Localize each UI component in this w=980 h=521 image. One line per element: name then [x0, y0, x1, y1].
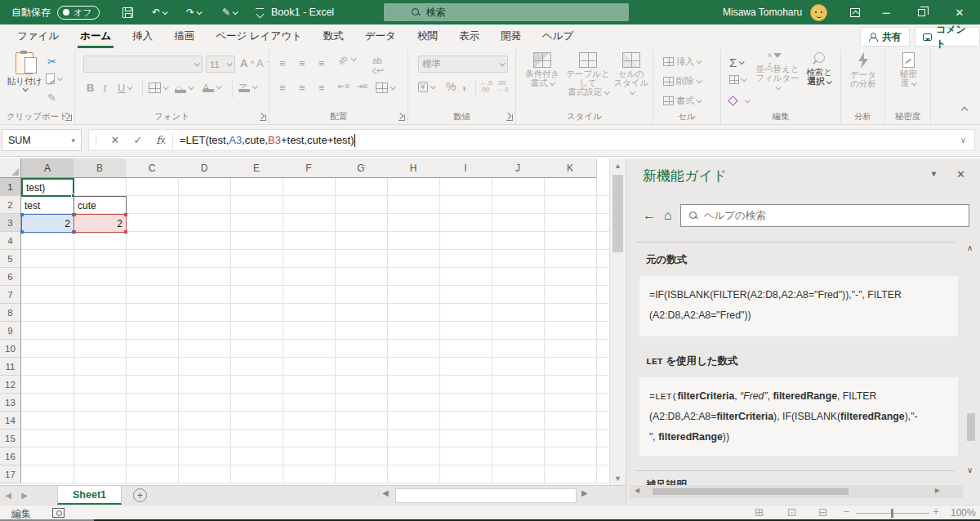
accessibility-checker-button[interactable]	[52, 508, 65, 520]
borders-button[interactable]	[149, 82, 167, 93]
orientation-button[interactable]: ab	[336, 54, 350, 67]
column-header-K[interactable]: K	[544, 158, 597, 178]
ribbon-tab-データ[interactable]: データ	[354, 24, 407, 50]
pane-hscroll-left-arrow[interactable]: ◀	[635, 487, 639, 494]
column-header-I[interactable]: I	[439, 158, 492, 178]
worksheet-grid[interactable]: ABCDEFGHIJK1234567891011121314151617test…	[0, 158, 609, 485]
zoom-in-button[interactable]: +	[933, 505, 939, 518]
cell-A2[interactable]: test	[21, 196, 74, 215]
name-box[interactable]: SUM ▾	[2, 129, 82, 151]
confirm-entry-button[interactable]: ✓	[127, 134, 149, 146]
pane-scroll-down-arrow[interactable]: ∨	[967, 465, 973, 474]
decrease-font-button[interactable]: Aˇ	[256, 57, 268, 69]
alignment-dialog-launcher[interactable]	[398, 114, 405, 121]
prev-sheet-arrow[interactable]: ◀	[0, 491, 16, 500]
font-size-combo[interactable]: 11	[206, 56, 235, 73]
zoom-out-button[interactable]: −	[843, 505, 849, 518]
ink-button[interactable]: ✎	[222, 0, 237, 24]
font-dialog-launcher[interactable]	[259, 114, 266, 121]
ribbon-tab-開発[interactable]: 開発	[490, 24, 532, 50]
phonetic-guide-button[interactable]: ア	[238, 82, 256, 92]
pane-vertical-scrollbar[interactable]: ∧ ∨	[964, 243, 978, 480]
avatar[interactable]	[810, 4, 827, 21]
column-header-C[interactable]: C	[126, 158, 179, 178]
save-button[interactable]	[122, 0, 133, 24]
cut-button[interactable]: ✂	[47, 56, 56, 68]
column-header-G[interactable]: G	[335, 158, 388, 178]
row-header-10[interactable]: 10	[0, 340, 21, 358]
row-header-14[interactable]: 14	[0, 412, 21, 430]
ribbon-tab-ページ レイアウト[interactable]: ページ レイアウト	[205, 24, 313, 50]
align-bottom-button[interactable]: ≡	[318, 57, 325, 69]
ribbon-tab-表示[interactable]: 表示	[448, 24, 490, 50]
row-header-11[interactable]: 11	[0, 358, 21, 376]
font-color-button[interactable]: A	[203, 82, 220, 92]
autosave-toggle[interactable]: オフ	[57, 0, 100, 24]
range-handle[interactable]	[73, 230, 76, 234]
formula-input[interactable]: =LET(test,A3,cute,B3+test,cute+test)	[180, 134, 354, 146]
row-header-8[interactable]: 8	[0, 304, 21, 322]
zoom-level[interactable]: 100%	[951, 507, 976, 519]
ribbon-tab-描画[interactable]: 描画	[163, 24, 205, 50]
analyze-data-button[interactable]: データの分析	[844, 52, 882, 88]
column-header-B[interactable]: B	[74, 158, 127, 178]
range-handle[interactable]	[124, 230, 127, 234]
autosum-button[interactable]: Σ	[729, 56, 743, 69]
collapse-ribbon-button[interactable]	[962, 108, 967, 113]
column-header-F[interactable]: F	[283, 158, 336, 178]
normal-view-button[interactable]: ⊞	[755, 505, 764, 519]
row-header-4[interactable]: 4	[0, 232, 21, 250]
ribbon-display-options-button[interactable]	[841, 0, 869, 24]
range-handle[interactable]	[73, 213, 76, 216]
quick-access-customize-button[interactable]	[255, 0, 265, 24]
undo-button[interactable]: ↶	[152, 0, 167, 24]
redo-button[interactable]: ↷	[186, 0, 201, 24]
comments-button[interactable]: コメント	[915, 27, 980, 47]
column-header-J[interactable]: J	[492, 158, 545, 178]
ribbon-tab-file[interactable]: ファイル	[7, 24, 69, 50]
align-center-button[interactable]: ≡	[299, 82, 305, 94]
copy-button[interactable]	[46, 73, 61, 84]
decrease-indent-button[interactable]: ⇤≡	[338, 82, 350, 91]
range-handle[interactable]	[20, 213, 24, 216]
pane-options-button[interactable]: ▼	[930, 170, 938, 178]
comma-style-button[interactable]: ,	[462, 77, 466, 93]
back-arrow-icon[interactable]: ←	[643, 209, 656, 222]
home-icon[interactable]: ⌂	[664, 209, 672, 222]
sheet-tab-sheet1[interactable]: Sheet1	[57, 486, 122, 505]
page-layout-view-button[interactable]: ⊡	[787, 505, 797, 519]
underline-button[interactable]: U	[118, 82, 131, 94]
grid-vertical-scrollbar[interactable]: ▲ ▼	[609, 158, 625, 485]
row-header-3[interactable]: 3	[0, 214, 21, 232]
align-top-button[interactable]: ≡	[279, 57, 286, 69]
conditional-formatting-button[interactable]: 条件付き書式	[521, 52, 564, 87]
pane-close-button[interactable]: ✕	[956, 168, 965, 180]
cell-styles-button[interactable]: セルのスタイル	[612, 52, 650, 96]
add-sheet-button[interactable]: +	[133, 488, 147, 502]
bold-button[interactable]: B	[87, 82, 94, 94]
merge-center-button[interactable]	[376, 82, 394, 93]
row-header-5[interactable]: 5	[0, 250, 21, 268]
row-header-17[interactable]: 17	[0, 465, 21, 483]
percent-style-button[interactable]: %	[446, 80, 456, 93]
cell-B2[interactable]: cute	[74, 196, 127, 215]
row-header-6[interactable]: 6	[0, 268, 21, 286]
row-header-13[interactable]: 13	[0, 394, 21, 412]
share-button[interactable]: 共有	[860, 27, 910, 47]
ribbon-tab-ホーム[interactable]: ホーム	[69, 24, 122, 50]
scroll-down-arrow[interactable]: ▼	[610, 471, 626, 485]
search-box[interactable]: 検索	[384, 3, 629, 21]
number-dialog-launcher[interactable]	[506, 114, 513, 121]
ribbon-tab-ヘルプ[interactable]: ヘルプ	[532, 24, 584, 50]
select-all-corner[interactable]	[0, 158, 21, 178]
format-cells-button[interactable]: 書式	[663, 95, 701, 107]
next-sheet-arrow[interactable]: ▶	[16, 491, 33, 500]
cell-B3[interactable]: 2	[74, 214, 127, 233]
insert-cells-button[interactable]: 挿入	[663, 56, 701, 68]
pane-hscroll-right-arrow[interactable]: ▶	[935, 487, 940, 494]
minimize-button[interactable]: ─	[872, 0, 900, 24]
row-header-1[interactable]: 1	[0, 178, 21, 196]
row-header-9[interactable]: 9	[0, 322, 21, 340]
column-header-E[interactable]: E	[230, 158, 283, 178]
page-break-view-button[interactable]: ⊟	[818, 505, 828, 519]
